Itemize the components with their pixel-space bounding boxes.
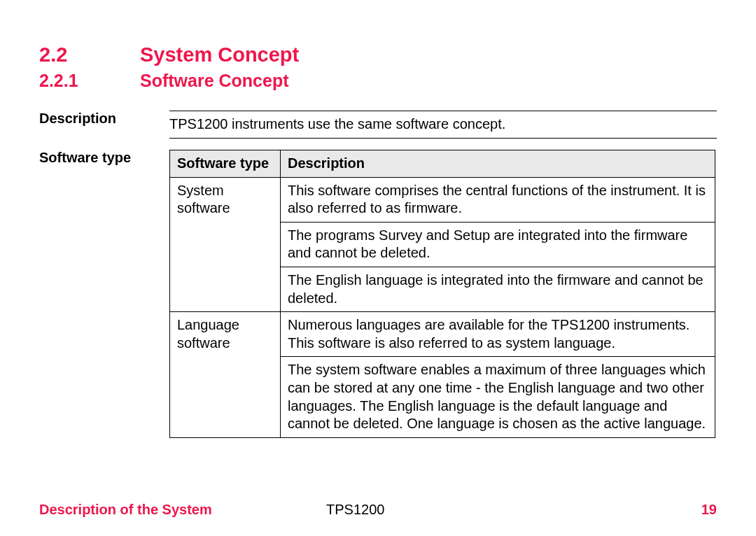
cell-system-software: System software bbox=[170, 177, 281, 312]
cell-desc: Numerous languages are available for the… bbox=[281, 312, 715, 357]
heading-1-number: 2.2 bbox=[39, 43, 140, 66]
heading-2-text: Software Concept bbox=[140, 71, 289, 91]
cell-desc: The system software enables a maximum of… bbox=[281, 357, 715, 437]
heading-1-text: System Concept bbox=[140, 43, 299, 66]
table-row: System software This software comprises … bbox=[170, 177, 715, 222]
heading-1-row: 2.2 System Concept bbox=[39, 43, 717, 66]
footer-page-number: 19 bbox=[661, 502, 717, 518]
footer-product: TPS1200 bbox=[326, 502, 661, 518]
software-type-block: Software type Software type Description … bbox=[39, 150, 717, 438]
description-label: Description bbox=[39, 111, 169, 127]
table-header-col2: Description bbox=[281, 150, 715, 178]
heading-2-number: 2.2.1 bbox=[39, 71, 140, 91]
heading-2-row: 2.2.1 Software Concept bbox=[39, 71, 717, 91]
description-text: TPS1200 instruments use the same softwar… bbox=[169, 111, 717, 139]
table-row: Language software Numerous languages are… bbox=[170, 312, 715, 357]
description-block: Description TPS1200 instruments use the … bbox=[39, 111, 717, 139]
page-content: 2.2 System Concept 2.2.1 Software Concep… bbox=[0, 0, 756, 438]
footer-section-title: Description of the System bbox=[39, 502, 326, 518]
cell-language-software: Language software bbox=[170, 312, 281, 438]
software-type-table: Software type Description System softwar… bbox=[169, 150, 715, 438]
page-footer: Description of the System TPS1200 19 bbox=[39, 502, 717, 518]
cell-desc: The programs Survey and Setup are integr… bbox=[281, 222, 715, 267]
cell-desc: This software comprises the central func… bbox=[281, 177, 715, 222]
cell-desc: The English language is integrated into … bbox=[281, 267, 715, 311]
table-header-col1: Software type bbox=[170, 150, 281, 178]
software-type-label: Software type bbox=[39, 150, 169, 166]
